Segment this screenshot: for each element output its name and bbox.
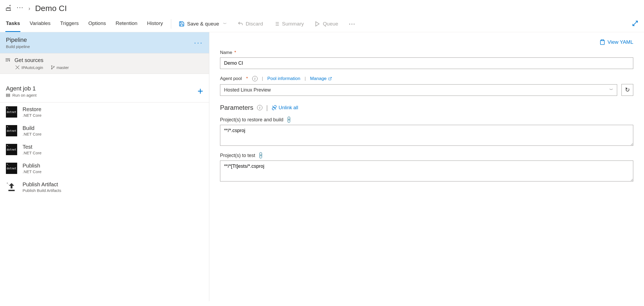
unlink-all-link[interactable]: Unlink all <box>272 105 298 111</box>
get-sources-title: Get sources <box>14 57 43 63</box>
parameters-heading: Parameters i | Unlink all <box>220 104 633 111</box>
discard-button[interactable]: Discard <box>237 21 263 27</box>
svg-rect-13 <box>8 190 14 191</box>
tab-retention[interactable]: Retention <box>115 16 138 32</box>
dotnet-icon: dotnet <box>6 125 17 136</box>
queue-label: Queue <box>323 21 338 27</box>
upload-icon <box>6 181 17 193</box>
name-label: Name* <box>220 50 633 55</box>
task-title: Test <box>23 144 42 150</box>
task-subtitle: Publish Build Artifacts <box>23 188 61 193</box>
projects-restore-label: Project(s) to restore and build 🔗 <box>220 117 633 123</box>
projects-restore-input[interactable] <box>220 125 633 146</box>
chevron-right-icon: › <box>28 5 30 12</box>
tab-options[interactable]: Options <box>88 16 106 32</box>
repo-indicator: IPAutoLogin <box>15 65 43 70</box>
breadcrumb: ··· › Demo CI <box>0 0 644 16</box>
svg-marker-6 <box>316 21 319 26</box>
add-task-button[interactable]: + <box>197 86 203 97</box>
svg-point-9 <box>53 66 54 67</box>
toolbar: Tasks Variables Triggers Options Retenti… <box>0 16 644 32</box>
more-actions-button[interactable]: ··· <box>349 20 355 27</box>
task-title: Publish <box>23 163 42 169</box>
tab-variables[interactable]: Variables <box>29 16 51 32</box>
get-sources-icon <box>5 57 11 63</box>
chevron-down-icon: ﹀ <box>609 88 613 92</box>
page-title: Demo CI <box>35 4 67 13</box>
dotnet-icon: dotnet <box>6 106 17 118</box>
link-icon: 🔗 <box>257 151 265 159</box>
task-title: Build <box>23 125 42 131</box>
properties-pane: View YAML Name* Agent pool * i | Pool in… <box>209 32 644 301</box>
tab-tasks[interactable]: Tasks <box>5 16 20 32</box>
summary-label: Summary <box>282 21 304 27</box>
manage-link[interactable]: Manage <box>310 76 332 81</box>
agent-pool-select[interactable]: Hosted Linux Preview ﹀ <box>220 84 617 96</box>
task-row[interactable]: dotnetTest.NET Core <box>0 140 209 159</box>
task-title: Publish Artifact <box>23 181 61 188</box>
agent-pool-label: Agent pool <box>220 76 242 81</box>
pool-information-link[interactable]: Pool information <box>267 76 300 81</box>
branch-indicator: master <box>51 65 69 70</box>
info-icon[interactable]: i <box>257 105 262 110</box>
dotnet-icon: dotnet <box>6 163 17 174</box>
refresh-pool-button[interactable]: ↻ <box>621 84 633 96</box>
projects-test-label: Project(s) to test 🔗 <box>220 152 633 158</box>
tab-history[interactable]: History <box>147 16 163 32</box>
pipeline-tree: Pipeline Build pipeline ··· Get sources … <box>0 32 209 301</box>
pipeline-title: Pipeline <box>6 37 30 43</box>
save-label: Save & queue <box>187 21 219 27</box>
get-sources-row[interactable]: Get sources IPAutoLogin master <box>0 53 209 74</box>
discard-label: Discard <box>246 21 263 27</box>
queue-button[interactable]: Queue <box>314 21 338 27</box>
fullscreen-button[interactable] <box>632 20 639 28</box>
task-row[interactable]: dotnetRestore.NET Core <box>0 103 209 121</box>
factory-icon <box>5 5 12 12</box>
task-title: Restore <box>23 106 42 112</box>
pipeline-more-button[interactable]: ··· <box>194 39 203 47</box>
svg-rect-11 <box>6 95 10 96</box>
task-row[interactable]: dotnetBuild.NET Core <box>0 121 209 140</box>
pipeline-row[interactable]: Pipeline Build pipeline ··· <box>0 32 209 53</box>
summary-button[interactable]: Summary <box>274 21 304 27</box>
pipeline-subtitle: Build pipeline <box>6 44 30 49</box>
task-subtitle: .NET Core <box>23 132 42 136</box>
task-subtitle: .NET Core <box>23 113 42 118</box>
chevron-down-icon: ﹀ <box>223 21 227 26</box>
agent-job-subtitle: Run on agent <box>6 93 36 97</box>
projects-test-input[interactable] <box>220 161 633 181</box>
task-subtitle: .NET Core <box>23 151 42 155</box>
svg-rect-12 <box>6 96 10 97</box>
svg-point-7 <box>51 65 52 66</box>
task-row[interactable]: Publish ArtifactPublish Build Artifacts <box>0 178 209 196</box>
task-row[interactable]: dotnetPublish.NET Core <box>0 159 209 178</box>
view-yaml-button[interactable]: View YAML <box>220 39 633 45</box>
svg-rect-10 <box>6 94 10 94</box>
tab-triggers[interactable]: Triggers <box>60 16 79 32</box>
save-and-queue-button[interactable]: Save & queue ﹀ <box>179 21 226 27</box>
agent-job-row[interactable]: Agent job 1 Run on agent + <box>0 80 209 103</box>
editor-tabs: Tasks Variables Triggers Options Retenti… <box>5 16 163 32</box>
info-icon[interactable]: i <box>252 76 258 81</box>
agent-job-title: Agent job 1 <box>6 85 36 92</box>
breadcrumb-more[interactable]: ··· <box>17 6 24 9</box>
name-input[interactable] <box>220 57 633 69</box>
link-icon: 🔗 <box>285 115 293 124</box>
dotnet-icon: dotnet <box>6 144 17 155</box>
task-subtitle: .NET Core <box>23 169 42 174</box>
